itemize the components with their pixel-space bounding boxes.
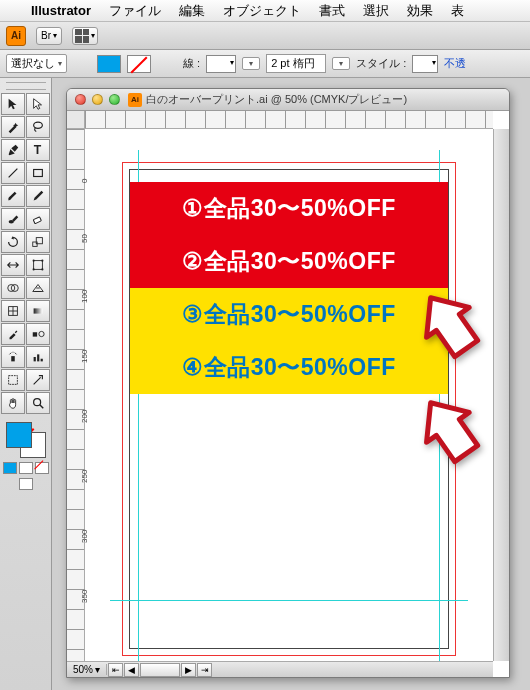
system-menubar: Illustrator ファイル 編集 オブジェクト 書式 選択 効果 表 (0, 0, 530, 22)
banner-4[interactable]: ④全品30〜50%OFF (130, 341, 448, 394)
opacity-label-truncated[interactable]: 不透 (444, 56, 466, 71)
blob-brush-tool[interactable] (1, 208, 25, 230)
banner-3[interactable]: ③全品30〜50%OFF (130, 288, 448, 341)
symbol-sprayer-tool[interactable] (1, 346, 25, 368)
type-tool[interactable]: T (26, 139, 50, 161)
stroke-swatch[interactable] (127, 55, 151, 73)
magic-wand-tool[interactable] (1, 116, 25, 138)
svg-rect-3 (34, 170, 43, 177)
screen-mode-icon[interactable] (19, 478, 33, 490)
none-mode-icon[interactable] (35, 462, 49, 474)
menu-app[interactable]: Illustrator (22, 3, 100, 18)
ruler-horizontal[interactable] (85, 111, 493, 129)
stroke-color-swatch[interactable]: ▾ (206, 55, 236, 73)
svg-point-18 (39, 331, 44, 336)
svg-point-24 (34, 399, 41, 406)
next-artboard-button[interactable]: ▶ (181, 663, 196, 677)
panel-grip[interactable] (6, 82, 46, 90)
pen-tool[interactable] (1, 139, 25, 161)
selection-tool[interactable] (1, 93, 25, 115)
svg-point-9 (33, 260, 35, 262)
slice-tool[interactable] (26, 369, 50, 391)
stroke-profile-input[interactable]: 2 pt 楕円 (266, 54, 326, 73)
ruler-origin[interactable] (67, 111, 85, 129)
zoom-tool[interactable] (26, 392, 50, 414)
perspective-grid-tool[interactable] (26, 277, 50, 299)
selection-indicator[interactable]: 選択なし▾ (6, 54, 67, 73)
window-titlebar[interactable]: Ai 白のオーバープリント.ai @ 50% (CMYK/プレビュー) (67, 89, 509, 111)
style-label: スタイル : (356, 56, 406, 71)
color-mode-icon[interactable] (3, 462, 17, 474)
svg-rect-8 (34, 261, 43, 270)
arrange-documents-button[interactable]: ▾ (72, 27, 98, 45)
first-artboard-button[interactable]: ⇤ (108, 663, 123, 677)
zoom-button[interactable] (109, 94, 120, 105)
stroke-profile-menu[interactable]: ▾ (332, 57, 350, 70)
mesh-tool[interactable] (1, 300, 25, 322)
svg-rect-21 (37, 354, 39, 361)
ruler-vertical[interactable]: 0 50 100 150 200 250 300 350 (67, 129, 85, 661)
gradient-mode-icon[interactable] (19, 462, 33, 474)
svg-point-0 (34, 122, 43, 128)
canvas[interactable]: ①全品30〜50%OFF ②全品30〜50%OFF ③全品30〜50%OFF ④… (85, 129, 493, 661)
document-window: Ai 白のオーバープリント.ai @ 50% (CMYK/プレビュー) 0 50… (66, 88, 510, 678)
prev-artboard-button[interactable]: ◀ (124, 663, 139, 677)
direct-selection-tool[interactable] (26, 93, 50, 115)
fill-box[interactable] (6, 422, 32, 448)
svg-point-10 (41, 260, 43, 262)
rotate-tool[interactable] (1, 231, 25, 253)
svg-rect-20 (34, 357, 36, 361)
eyedropper-tool[interactable] (1, 323, 25, 345)
width-tool[interactable] (1, 254, 25, 276)
gradient-tool[interactable] (26, 300, 50, 322)
color-mode-row (3, 462, 49, 474)
svg-text:T: T (34, 143, 42, 157)
minimize-button[interactable] (92, 94, 103, 105)
vertical-scrollbar[interactable] (493, 129, 509, 661)
horizontal-guide (110, 600, 468, 601)
menu-type[interactable]: 書式 (310, 2, 354, 20)
svg-rect-16 (34, 308, 43, 313)
menu-object[interactable]: オブジェクト (214, 2, 310, 20)
shape-builder-tool[interactable] (1, 277, 25, 299)
scale-tool[interactable] (26, 231, 50, 253)
fill-swatch[interactable] (97, 55, 121, 73)
svg-rect-5 (33, 217, 41, 224)
lasso-tool[interactable] (26, 116, 50, 138)
menu-view[interactable]: 表 (442, 2, 473, 20)
line-tool[interactable] (1, 162, 25, 184)
menu-select[interactable]: 選択 (354, 2, 398, 20)
close-button[interactable] (75, 94, 86, 105)
svg-rect-19 (11, 356, 15, 361)
banner-1[interactable]: ①全品30〜50%OFF (130, 182, 448, 235)
eraser-tool[interactable] (26, 208, 50, 230)
bridge-button[interactable]: Br▾ (36, 27, 62, 45)
column-graph-tool[interactable] (26, 346, 50, 368)
artboard-nav-field[interactable] (140, 663, 180, 677)
app-icon: Ai (6, 26, 26, 46)
hand-tool[interactable] (1, 392, 25, 414)
menu-edit[interactable]: 編集 (170, 2, 214, 20)
fill-stroke-control[interactable] (4, 420, 48, 460)
menu-effect[interactable]: 効果 (398, 2, 442, 20)
canvas-area: 0 50 100 150 200 250 300 350 ①全品30〜50%OF… (67, 111, 509, 677)
status-bar: 50%▾ ⇤ ◀ ▶ ⇥ (67, 661, 493, 677)
blend-tool[interactable] (26, 323, 50, 345)
stroke-weight-menu[interactable]: ▾ (242, 57, 260, 70)
workspace: T (0, 78, 530, 690)
rectangle-tool[interactable] (26, 162, 50, 184)
pencil-tool[interactable] (26, 185, 50, 207)
svg-line-2 (9, 169, 18, 178)
annotation-arrow-2 (415, 389, 485, 469)
paintbrush-tool[interactable] (1, 185, 25, 207)
tools-panel: T (0, 78, 52, 690)
banner-2[interactable]: ②全品30〜50%OFF (130, 235, 448, 288)
last-artboard-button[interactable]: ⇥ (197, 663, 212, 677)
svg-rect-17 (33, 332, 37, 336)
svg-line-25 (40, 405, 44, 409)
menu-file[interactable]: ファイル (100, 2, 170, 20)
free-transform-tool[interactable] (26, 254, 50, 276)
zoom-level[interactable]: 50%▾ (67, 664, 107, 675)
artboard-tool[interactable] (1, 369, 25, 391)
graphic-style-swatch[interactable]: ▾ (412, 55, 438, 73)
